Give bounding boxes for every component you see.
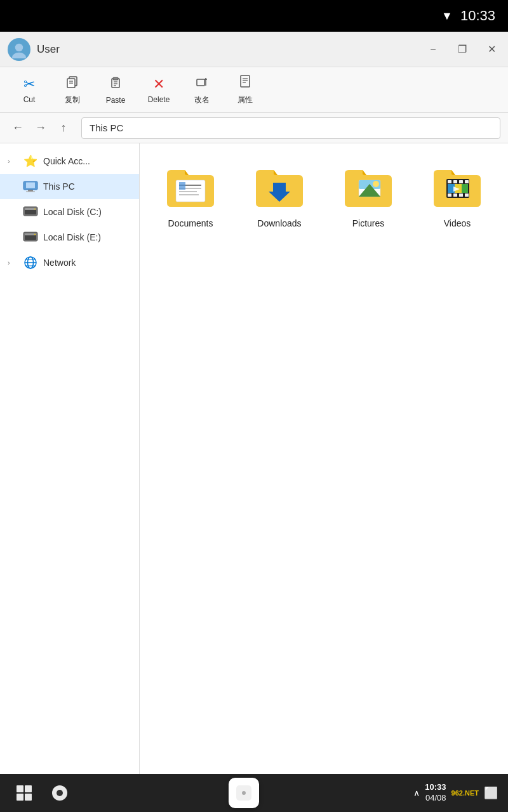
svg-rect-11 [197, 79, 204, 86]
svg-rect-60 [17, 785, 23, 792]
svg-rect-21 [26, 192, 35, 193]
taskbar-home-button[interactable] [46, 779, 74, 807]
sidebar: › ⭐ Quick Acc... This PC [0, 143, 140, 774]
up-button[interactable]: ↑ [53, 118, 74, 138]
svg-rect-20 [28, 190, 33, 192]
sidebar-label-this-pc: This PC [43, 181, 75, 192]
avatar [8, 38, 30, 61]
svg-rect-40 [179, 182, 185, 190]
sidebar-item-quick-access[interactable]: › ⭐ Quick Acc... [0, 148, 139, 174]
sidebar-label-quick-access: Quick Acc... [43, 156, 90, 166]
address-bar[interactable]: This PC [81, 117, 500, 139]
svg-point-67 [242, 791, 246, 795]
paste-icon [109, 75, 123, 93]
taskbar-right: ∧ 10:33 04/08 962.NET ⬜ [413, 782, 498, 804]
folder-item-videos[interactable]: Videos [419, 156, 495, 233]
svg-rect-54 [465, 193, 469, 197]
window-controls: − ❐ ✕ [424, 41, 500, 58]
svg-point-65 [57, 790, 63, 796]
expand-arrow-quick-access: › [8, 157, 18, 165]
properties-icon [238, 74, 252, 92]
nav-bar: ← → ↑ This PC [0, 113, 508, 143]
rename-icon [195, 74, 209, 92]
svg-rect-14 [241, 75, 250, 87]
properties-button[interactable]: 属性 [226, 72, 264, 108]
svg-rect-61 [25, 785, 32, 792]
svg-point-29 [34, 234, 36, 235]
svg-rect-62 [17, 794, 23, 801]
local-c-icon [23, 204, 38, 219]
svg-rect-7 [113, 77, 118, 80]
cut-label: Cut [23, 95, 36, 104]
expand-arrow-network: › [8, 259, 18, 266]
svg-rect-49 [459, 180, 463, 183]
taskbar-grid-button[interactable] [10, 779, 38, 807]
taskbar-time: 10:33 04/08 [425, 782, 446, 804]
svg-rect-19 [26, 183, 35, 188]
svg-rect-52 [453, 193, 457, 197]
taskbar-date-value: 04/08 [425, 793, 446, 804]
svg-rect-53 [459, 193, 463, 197]
folder-item-downloads[interactable]: Downloads [241, 156, 318, 233]
copy-icon [65, 74, 79, 92]
sidebar-item-network[interactable]: › Network [0, 250, 139, 275]
status-time: 10:33 [460, 8, 495, 24]
taskbar-corner-button[interactable]: ⬜ [484, 786, 498, 800]
svg-point-1 [12, 52, 26, 58]
folder-item-documents[interactable]: Documents [152, 156, 229, 233]
properties-label: 属性 [237, 95, 253, 105]
forward-button[interactable]: → [30, 118, 51, 138]
taskbar-app-button[interactable] [229, 778, 259, 808]
address-text: This PC [90, 122, 123, 133]
svg-point-25 [34, 209, 36, 210]
taskbar-time-value: 10:33 [425, 782, 446, 793]
svg-rect-48 [453, 180, 457, 183]
folder-pictures-icon [340, 161, 397, 212]
back-button[interactable]: ← [8, 118, 28, 138]
rename-button[interactable]: 改名 [183, 72, 221, 108]
sidebar-item-local-e[interactable]: Local Disk (E:) [0, 225, 139, 250]
folder-label-downloads: Downloads [257, 218, 301, 228]
title-bar: User − ❐ ✕ [0, 32, 508, 67]
local-e-icon [23, 230, 38, 245]
window-title: User [37, 43, 424, 56]
svg-rect-47 [448, 180, 451, 183]
delete-label: Delete [148, 95, 170, 104]
network-icon [23, 255, 38, 270]
folder-downloads-icon [251, 161, 308, 212]
taskbar-chevron-icon[interactable]: ∧ [413, 788, 420, 798]
copy-label: 复制 [65, 95, 80, 105]
folder-label-videos: Videos [444, 218, 471, 228]
delete-button[interactable]: ✕ Delete [140, 74, 178, 107]
sidebar-item-this-pc[interactable]: This PC [0, 174, 139, 199]
taskbar-clock: 10:33 04/08 [425, 782, 446, 804]
paste-button[interactable]: Paste [97, 73, 135, 107]
svg-rect-50 [465, 180, 469, 183]
content-area: › ⭐ Quick Acc... This PC [0, 143, 508, 774]
this-pc-icon [23, 179, 38, 194]
folder-label-documents: Documents [168, 218, 213, 228]
svg-rect-63 [25, 794, 32, 801]
svg-rect-51 [448, 193, 451, 197]
svg-point-0 [15, 43, 23, 51]
taskbar: ∧ 10:33 04/08 962.NET ⬜ [0, 774, 508, 812]
svg-rect-58 [462, 184, 468, 193]
restore-button[interactable]: ❐ [453, 41, 471, 58]
cut-button[interactable]: ✂ Cut [10, 74, 48, 107]
paste-label: Paste [106, 96, 126, 105]
folder-item-pictures[interactable]: Pictures [330, 156, 406, 233]
folder-label-pictures: Pictures [352, 218, 385, 228]
folder-documents-icon [162, 161, 219, 212]
taskbar-brand-text: 962.NET [451, 789, 479, 797]
copy-button[interactable]: 复制 [53, 72, 91, 108]
minimize-button[interactable]: − [424, 41, 442, 58]
taskbar-brand[interactable]: 962.NET [451, 789, 479, 797]
sidebar-label-local-e: Local Disk (E:) [43, 232, 101, 242]
close-button[interactable]: ✕ [483, 41, 500, 58]
taskbar-center [81, 778, 406, 808]
file-explorer-window: User − ❐ ✕ ✂ Cut 复制 [0, 32, 508, 774]
toolbar: ✂ Cut 复制 [0, 67, 508, 113]
folder-grid: Documents Downloads [152, 156, 495, 233]
sidebar-item-local-c[interactable]: Local Disk (C:) [0, 199, 139, 225]
svg-point-45 [373, 181, 379, 187]
